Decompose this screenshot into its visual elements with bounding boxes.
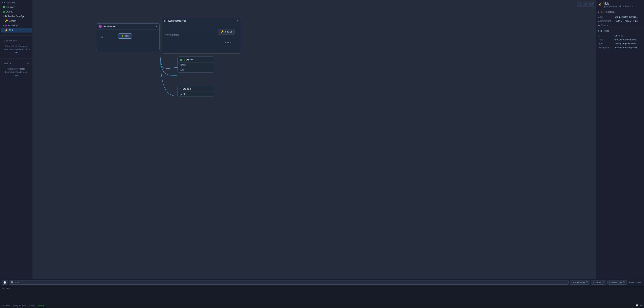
node-section-label: Node — [604, 30, 610, 32]
tests-section: TESTS ▷▷ There are no tests. Learn how t… — [0, 60, 32, 80]
panel-subtitle: @winglang/sdk.cloud.Function — [604, 5, 633, 8]
function-section: ▾ ⚡ Function Entry .wing/ontick0_c8941d.… — [596, 9, 644, 28]
description-value: A cloud function (FaaS) — [614, 46, 638, 49]
log-toolbar: 🕐 🔍 Default levels ⇅ All types ⇅ All res… — [0, 279, 644, 286]
clock-icon: 🕐 — [3, 281, 6, 284]
canvas-toolbar: − + ⛶ — [577, 2, 594, 7]
log-content: No logs — [0, 286, 644, 303]
sidebar-item-counter-label: Counter — [6, 6, 14, 8]
type-value: @winglang/sdk.cloud.... — [614, 42, 639, 45]
invoke-row[interactable]: ▶ Invoke — [596, 23, 644, 28]
tick-function-node[interactable]: ⚡ Tick — [118, 34, 132, 39]
all-resources-button[interactable]: All resources ⇅ — [607, 280, 627, 284]
endpoints-label: ENDPOINTS — [2, 38, 30, 43]
tests-label: TESTS — [2, 61, 13, 66]
schedule-chevron-icon[interactable]: ▾ — [156, 25, 157, 28]
sidebar-item-queue[interactable]: Queue — [1, 10, 32, 14]
zoom-in-button[interactable]: + — [583, 2, 588, 7]
function-section-icon: ⚡ — [600, 11, 603, 14]
all-types-button[interactable]: All types ⇅ — [591, 280, 606, 284]
default-levels-button[interactable]: Default levels ⇅ — [570, 280, 590, 284]
id-row: ID OnTick0 — [596, 34, 644, 38]
node-chevron-icon: ▾ — [598, 30, 599, 32]
set-label: set — [180, 68, 184, 71]
sidebar-item-tick[interactable]: ⚡ Tick — [1, 28, 32, 32]
endpoints-link[interactable]: here — [14, 51, 18, 54]
chevron-icon: ▾ — [3, 15, 4, 18]
schedule-group-header: 🟣 Schedule ▾ — [96, 24, 160, 30]
sidebar-item-twelvedataapi[interactable]: ▾ TwelveDataApi — [1, 14, 32, 18]
search-icon: 🔍 — [11, 281, 14, 284]
type-row: Type @winglang/sdk.cloud.... — [596, 42, 644, 46]
panel-bolt-icon: ⚡ — [598, 3, 602, 7]
log-panel: 🕐 🔍 Default levels ⇅ All types ⇅ All res… — [0, 279, 644, 303]
queue-node-icon: ≡ — [180, 87, 182, 90]
stock-updates-label: stockUpdates — [165, 34, 179, 36]
settings-icon[interactable]: ⚙ — [640, 304, 642, 307]
environment-value: {"WING_TARGET":"si... — [614, 20, 638, 22]
right-panel-header: ⚡ Tick @winglang/sdk.cloud.Function — [596, 0, 644, 9]
status-bar: ↺ Reset Wing v0.82.0 Status: success 💬 ⚙ — [0, 303, 644, 308]
twelvedataapi-group-title: TwelveDataApi — [168, 20, 186, 22]
environment-row: Environment {"WING_TARGET":"si... — [596, 19, 644, 23]
description-row: Description A cloud function (FaaS) — [596, 46, 644, 50]
divider-2 — [0, 58, 32, 58]
schedule-group-title: Schedule — [103, 25, 115, 28]
resources-chevron-icon: ⇅ — [623, 281, 625, 284]
counter-peek-method[interactable]: peek — [178, 63, 214, 68]
counter-node: ▦ Counter peek set — [178, 56, 214, 72]
discord-icon[interactable]: 💬 — [636, 304, 638, 307]
divider-1 — [0, 36, 32, 36]
twelvedataapi-icon — [5, 15, 7, 17]
endpoints-section: ENDPOINTS There are no endpoints. Learn … — [0, 37, 32, 57]
chevron-icon-schedule: ▾ — [3, 24, 4, 27]
secret-node-label: Secret — [225, 30, 232, 33]
tests-link[interactable]: here — [14, 74, 18, 76]
endpoints-empty: There are no endpoints. Learn how to add… — [2, 43, 30, 56]
queue-header: ≡ Queue — [178, 86, 214, 92]
secret-node[interactable]: 🔑 Secret — [218, 29, 235, 34]
peek-label: peek — [180, 64, 186, 66]
zoom-out-button[interactable]: − — [577, 2, 582, 7]
reset-filters-button[interactable]: Reset filters — [628, 281, 642, 284]
sidebar: HIERARCHY Counter Queue ▾ TwelveDataApi … — [0, 0, 33, 279]
reset-button[interactable]: ↺ Reset — [2, 304, 10, 307]
counter-node-icon: ▦ — [180, 58, 182, 61]
hierarchy-section: HIERARCHY Counter Queue ▾ TwelveDataApi … — [0, 0, 32, 34]
fullscreen-button[interactable]: ⛶ — [589, 2, 594, 7]
status-label: Status: — [28, 304, 35, 307]
twelvedataapi-chevron-icon[interactable]: ▾ — [237, 20, 238, 22]
sidebar-item-secret[interactable]: 🔑 Secret — [1, 19, 32, 23]
reset-icon: ↺ — [2, 304, 4, 307]
counter-set-method[interactable]: set — [178, 68, 214, 72]
invoke-chevron-icon: ▶ — [598, 24, 600, 27]
run-tests-button[interactable]: ▷▷ — [27, 62, 30, 64]
secret-key-icon: 🔑 — [221, 30, 224, 33]
right-panel: ⚡ Tick @winglang/sdk.cloud.Function ▾ ⚡ … — [596, 0, 644, 279]
sidebar-item-schedule[interactable]: ▾ Schedule — [1, 24, 32, 28]
tests-empty: There are no tests. Learn how to add tes… — [2, 66, 30, 79]
function-section-header[interactable]: ▾ ⚡ Function — [596, 9, 644, 15]
invoke-label: Invoke — [601, 24, 608, 27]
schedule-circle-icon: 🟣 — [99, 25, 102, 28]
sidebar-item-counter[interactable]: Counter — [1, 5, 32, 9]
id-value: OnTick0 — [614, 34, 623, 37]
tick-label: tick — [100, 36, 103, 38]
reset-label: Reset — [4, 304, 10, 307]
counter-icon — [3, 6, 5, 8]
entry-key: Entry — [598, 16, 613, 18]
entry-value: .wing/ontick0_c8941d... — [614, 16, 638, 18]
twelvedataapi-group-body: stockUpdates 🔑 Secret value — [162, 24, 241, 48]
node-section: ▾ ⊞ Node ID OnTick0 Path root/Default/Sc… — [596, 28, 644, 50]
twelvedataapi-group: ⬡ TwelveDataApi ▾ stockUpdates 🔑 Secret … — [162, 18, 241, 54]
queue-push-method[interactable]: push — [178, 92, 214, 96]
default-levels-label: Default levels — [572, 281, 585, 284]
function-section-label: Function — [604, 11, 615, 14]
description-key: Description — [598, 46, 613, 49]
log-filter-input[interactable] — [15, 281, 567, 284]
node-section-header[interactable]: ▾ ⊞ Node — [596, 28, 644, 34]
clock-button[interactable]: 🕐 — [2, 280, 8, 284]
all-types-label: All types — [593, 281, 601, 284]
path-row: Path root/Default/Schedule... — [596, 38, 644, 42]
schedule-group-body: tick ⚡ Tick — [96, 30, 160, 46]
